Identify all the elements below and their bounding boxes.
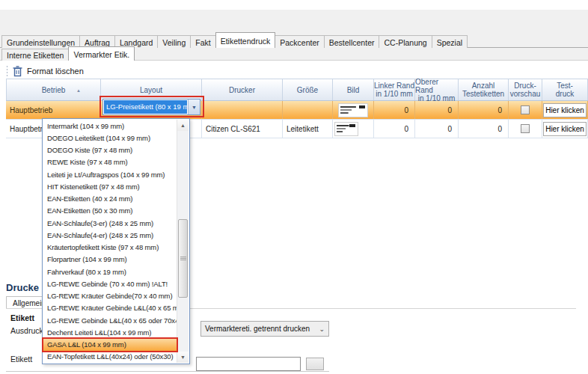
tab-veiling[interactable]: Veiling — [157, 35, 191, 48]
cell-testdruck: Hier klicken — [542, 120, 588, 138]
grid-header-row: Betrieb ▲ Layout Drucker Größe Bild Link… — [6, 79, 588, 101]
cell-groesse: Leitetikett — [283, 120, 333, 138]
layout-option[interactable]: EAN-Topfetikett L&L(40x24) oder (50x30) — [43, 351, 177, 363]
column-header-drucker[interactable]: Drucker — [202, 79, 283, 100]
etikett-group-label: Etikett — [10, 313, 34, 322]
toolbar-grip[interactable] — [6, 65, 8, 77]
browse-button[interactable] — [306, 358, 324, 370]
layout-option[interactable]: DOEGO Leitetikett (104 x 99 mm) — [43, 132, 177, 144]
cell-druckvorschau — [509, 120, 542, 138]
column-header-bild[interactable]: Bild — [333, 79, 374, 100]
tab-interne-etiketten[interactable]: Interne Etiketten — [1, 49, 69, 61]
testdruck-button[interactable]: Hier klicken — [543, 122, 587, 136]
tab-fakt[interactable]: Fakt — [190, 35, 215, 48]
layout-option[interactable]: EAN-Schlaufe(4-er) (248 x 25 mm) — [43, 229, 177, 241]
column-header-groesse[interactable]: Größe — [283, 79, 333, 100]
app-window: GrundeinstellungenAuftragLandgardVeiling… — [0, 0, 588, 374]
cell-groesse — [283, 101, 333, 119]
layout-option[interactable]: Intermarkt (104 x 99 mm) — [43, 120, 177, 132]
scrollbar-thumb[interactable] — [178, 219, 188, 298]
druckvorschau-checkbox[interactable] — [521, 105, 530, 114]
cell-drucker — [202, 101, 283, 119]
cell-anzahl: 0 — [459, 101, 509, 119]
scrollbar-grip — [180, 257, 186, 260]
layout-option[interactable]: GASA L&L (104 x 99 mm) — [43, 339, 177, 351]
cell-drucker: Citizen CL-S621 — [202, 120, 283, 138]
layout-option[interactable]: EAN-Schlaufe(3-er) (248 x 25 mm) — [43, 217, 177, 229]
column-header-layout[interactable]: Layout — [101, 79, 202, 100]
sort-ascending-icon: ▲ — [76, 87, 81, 95]
combo-dropdown-button[interactable]: ▼ — [188, 99, 200, 114]
layout-option[interactable]: LG-REWE Kräuter Gebinde(70 x 40 mm) — [43, 290, 177, 302]
layout-option[interactable]: Dechent Leiteti L&L(104 x 99 mm) — [43, 326, 177, 338]
column-header-linker-rand[interactable]: Linker Randin 1/10 mm — [374, 79, 415, 100]
groupbox-bottom-border — [6, 371, 329, 372]
scroll-up-icon[interactable]: ▲ — [177, 120, 189, 131]
layout-option[interactable]: LG-REWE Gebinde L&L(40 x 65 oder 70x40) — [43, 314, 177, 326]
tab-vermarkter-etik[interactable]: Vermarkter Etik. — [68, 46, 135, 61]
layout-option[interactable]: EAN-Etiketten (40 x 24 mm) — [43, 193, 177, 205]
layout-option[interactable]: REWE Kiste (97 x 48 mm) — [43, 156, 177, 168]
layout-option[interactable]: LG-REWE Kräuter Gebinde L&L(40 x 65 mm) — [43, 302, 177, 314]
layout-option[interactable]: Fahrverkauf (80 x 19 mm) — [43, 266, 177, 278]
layout-option[interactable]: DOEGO Kiste (97 x 48 mm) — [43, 144, 177, 156]
cell-bild — [333, 101, 374, 119]
print-settings-heading: Drucke — [6, 282, 39, 293]
layout-option[interactable]: Florpartner (104 x 99 mm) — [43, 254, 177, 266]
layout-option[interactable]: Leiteti je Lt/Auftragspos (104 x 99 mm) — [43, 168, 177, 180]
column-header-druckvorschau[interactable]: Druck-vorschau — [509, 79, 542, 100]
etikett-input[interactable] — [196, 357, 301, 371]
cell-oberer-rand: 0 — [415, 101, 459, 119]
chevron-down-icon: ⌄ — [319, 325, 325, 333]
cell-betrieb: Hauptbetrieb — [6, 101, 101, 119]
druckvorschau-checkbox[interactable] — [521, 124, 530, 133]
layout-combo-editor[interactable]: LG-Preisetikett (80 x 19 mm) ▼ — [102, 99, 200, 115]
column-header-testdruck[interactable]: Test-druck — [542, 79, 588, 100]
dropdown-arrow-icon: ▼ — [192, 105, 197, 110]
tab-cc-planung[interactable]: CC-Planung — [379, 35, 432, 48]
sub-tab-bar: Interne EtikettenVermarkter Etik. — [1, 48, 134, 61]
layout-dropdown-list: Intermarkt (104 x 99 mm)DOEGO Leitetiket… — [42, 118, 190, 364]
column-header-oberer-rand[interactable]: Oberer Randin 1/10 mm — [415, 79, 459, 100]
layout-option[interactable]: HIT Kistenetikett (97 x 48 mm) — [43, 180, 177, 192]
ausdruck-label: Ausdruck — [10, 326, 43, 335]
scroll-down-icon[interactable]: ▼ — [177, 352, 189, 363]
column-header-anzahl[interactable]: AnzahlTestetiketten — [459, 79, 509, 100]
layout-option[interactable]: LG-REWE Gebinde (70 x 40 mm) !ALT! — [43, 278, 177, 289]
cell-linker-rand: 0 — [374, 120, 415, 138]
cell-bild — [333, 120, 374, 138]
main-tab-bar: GrundeinstellungenAuftragLandgardVeiling… — [1, 32, 467, 48]
cell-druckvorschau — [509, 101, 542, 119]
cell-testdruck: Hier klicken — [542, 101, 588, 119]
trash-icon — [13, 66, 22, 77]
cell-anzahl: 0 — [459, 120, 509, 138]
label-preview-image — [338, 103, 368, 117]
tab-packcenter[interactable]: Packcenter — [275, 35, 325, 48]
print-mode-value: Vermarktereti. getrennt drucken — [205, 325, 310, 333]
delete-format-button[interactable]: Format löschen — [27, 67, 84, 76]
layout-combo-value: LG-Preisetikett (80 x 19 mm) — [104, 100, 187, 114]
dropdown-scrollbar[interactable]: ▲ ▼ — [177, 120, 189, 363]
table-row-selected[interactable]: Hauptbetrieb 0 0 0 Hier klicken — [6, 101, 588, 120]
tab-bestellcenter[interactable]: Bestellcenter — [324, 35, 380, 48]
column-header-betrieb[interactable]: Betrieb ▲ — [6, 79, 101, 100]
tab-spezial[interactable]: Spezial — [432, 35, 468, 48]
toolbar: Format löschen — [6, 64, 84, 78]
tab-etikettendruck[interactable]: Etikettendruck — [215, 32, 276, 48]
layout-option[interactable]: Kräutertopfetikett Kiste (97 x 48 mm) — [43, 242, 177, 254]
cell-linker-rand: 0 — [374, 101, 415, 119]
testdruck-button[interactable]: Hier klicken — [543, 103, 587, 117]
top-band — [0, 0, 588, 10]
print-mode-select[interactable]: Vermarktereti. getrennt drucken ⌄ — [200, 321, 329, 337]
cell-oberer-rand: 0 — [415, 120, 459, 138]
layout-dropdown-items: Intermarkt (104 x 99 mm)DOEGO Leitetiket… — [43, 120, 177, 363]
label-preview-image — [334, 122, 358, 136]
layout-option[interactable]: EAN-Etiketten (50 x 30 mm) — [43, 205, 177, 217]
etikett-label: Etikett — [10, 355, 32, 364]
